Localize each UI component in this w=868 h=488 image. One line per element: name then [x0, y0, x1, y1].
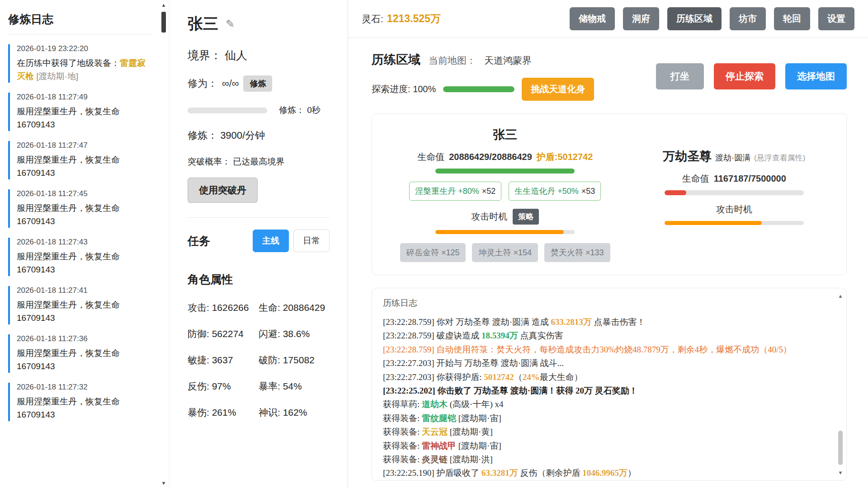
select-map-button[interactable]: 选择地图 [785, 63, 847, 89]
enemy-attack-bar [665, 221, 804, 225]
nav-button-cave-abode[interactable]: 洞府 [623, 7, 659, 30]
battle-log-line: 获得装备: 雷神战甲 [渡劫期·宙] [383, 439, 826, 453]
sidebar-scrollbar-thumb[interactable] [161, 12, 166, 33]
text-segment: 道劫木 [422, 399, 448, 409]
log-entry-time: 2026-01-19 23:22:20 [17, 44, 153, 53]
text-segment: 服用涅槃重生丹，恢复生命 16709143 [17, 252, 120, 274]
edit-name-icon[interactable]: ✎ [226, 18, 235, 30]
attribute-label: 生命: [259, 302, 283, 313]
battle-log-panel: 历练日志 [23:22:28.759] 你对 万劫圣尊 渡劫·圆满 造成 633… [372, 288, 847, 481]
battle-log-scrollbar[interactable]: ▲ ▼ [837, 291, 844, 478]
player-attack-row: 攻击时机 策略 [471, 209, 539, 225]
log-entry-text: 服用涅槃重生丹，恢复生命 16709143 [17, 154, 153, 179]
stop-explore-button[interactable]: 停止探索 [714, 63, 775, 89]
talisman-name: 焚天火符 [551, 248, 585, 257]
battle-log-line: [23:22:25.190] 你对 万劫圣尊 渡劫·圆满 造成 633.2813… [383, 480, 826, 481]
attribute-value: 3637 [212, 355, 233, 365]
scroll-up-icon[interactable]: ▲ [837, 293, 844, 299]
current-map-label: 当前地图： [429, 54, 476, 67]
pill-chip[interactable]: 涅槃重生丹 +80%×52 [409, 182, 501, 201]
attribute-item: 反伤: 97% [188, 380, 259, 393]
nav-button-settings[interactable]: 设置 [818, 7, 854, 30]
battle-log-scrollbar-thumb[interactable] [838, 431, 843, 465]
attributes-title: 角色属性 [188, 272, 330, 287]
log-entry: 2026-01-18 11:27:43服用涅槃重生丹，恢复生命 16709143 [8, 238, 153, 276]
text-segment: 服用涅槃重生丹，恢复生命 16709143 [17, 107, 120, 129]
attribute-item: 破防: 175082 [259, 354, 330, 366]
enemy-hover-hint: (悬浮查看属性) [754, 153, 805, 163]
talisman-count: ×125 [441, 248, 460, 257]
cultivation-log-list[interactable]: 2026-01-19 23:22:20在历练中获得了地级装备：雷霆寂灭枪 [渡劫… [8, 44, 153, 421]
scroll-down-icon[interactable]: ▼ [837, 470, 844, 475]
attribute-label: 破防: [259, 355, 283, 365]
task-title: 任务 [188, 234, 210, 249]
battle-log-list[interactable]: [23:22:28.759] 你对 万劫圣尊 渡劫·圆满 造成 633.2813… [383, 315, 826, 481]
tab-daily[interactable]: 日常 [293, 230, 330, 252]
current-map-name: 天道鸿蒙界 [484, 54, 532, 67]
exploration-progress-label: 探索进度: 100% [372, 83, 436, 95]
breakthrough-value: 已达最高境界 [233, 157, 284, 166]
log-entry-time: 2026-01-18 11:27:43 [17, 238, 153, 247]
log-entry: 2026-01-18 11:27:45服用涅槃重生丹，恢复生命 16709143 [8, 189, 153, 228]
enemy-hp-label: 生命值 [682, 173, 709, 185]
nav-button-market[interactable]: 坊市 [730, 7, 766, 30]
sidebar-scrollbar[interactable]: ▲ ▼ [160, 0, 167, 488]
nav-button-reincarnation[interactable]: 轮回 [774, 7, 810, 30]
text-segment: 获得草药: [383, 399, 422, 409]
text-segment: 天云冠 [422, 427, 448, 436]
enemy-title-row: 万劫圣尊 渡劫·圆满 (悬浮查看属性) [663, 148, 805, 164]
app-root: 修炼日志 2026-01-19 23:22:20在历练中获得了地级装备：雷霆寂灭… [0, 0, 868, 488]
cultivation-value: ∞/∞ [222, 78, 239, 89]
cultivation-progress-row: 修炼： 0秒 [188, 104, 330, 116]
talisman-row: 碎岳金符 ×125坤灵土符 ×154焚天火符 ×133 [400, 243, 610, 262]
task-section-header: 任务 主线日常 [188, 230, 330, 252]
spirit-stone-label: 灵石: [362, 13, 383, 25]
log-entry-text: 服用涅槃重生丹，恢复生命 16709143 [17, 299, 153, 324]
log-entry-time: 2026-01-18 11:27:32 [17, 383, 153, 392]
nav-button-training-area[interactable]: 历练区域 [667, 7, 722, 30]
strategy-badge[interactable]: 策略 [513, 209, 539, 225]
text-segment: 炎灵链 [422, 455, 448, 464]
cultivate-badge[interactable]: 修炼 [243, 75, 272, 92]
text-segment: 服用涅槃重生丹，恢复生命 16709143 [17, 203, 120, 226]
attribute-value: 562274 [212, 328, 244, 339]
talisman-count: ×154 [514, 248, 532, 257]
log-entry-time: 2026-01-18 11:27:49 [17, 93, 153, 102]
challenge-avatar-button[interactable]: 挑战天道化身 [522, 78, 594, 101]
cultivation-progress-bar [188, 108, 267, 113]
use-breakthrough-pill-button[interactable]: 使用突破丹 [188, 178, 258, 203]
enemy-realm: 渡劫·圆满 [715, 152, 750, 163]
pill-chip[interactable]: 生生造化丹 +50%×53 [509, 182, 601, 201]
scroll-down-icon[interactable]: ▼ [160, 480, 167, 486]
text-segment: 5012742 [484, 372, 514, 382]
attribute-value: 20886429 [283, 302, 325, 313]
log-entry: 2026-01-18 11:27:36服用涅槃重生丹，恢复生命 16709143 [8, 334, 153, 373]
attribute-item: 神识: 162% [259, 406, 330, 419]
battle-log-line: 获得装备: 炎灵链 [渡劫期·洪] [383, 453, 826, 466]
player-attack-bar [435, 230, 575, 234]
text-segment: [23:22:25.202] 你击败了 万劫圣尊 渡劫·圆满！获得 20万 灵石… [383, 386, 638, 395]
training-area-content: 历练区域 当前地图： 天道鸿蒙界 探索进度: 100% 挑战天道化身 [348, 38, 868, 488]
nav-button-storage-ring[interactable]: 储物戒 [570, 7, 615, 30]
scroll-up-icon[interactable]: ▲ [160, 2, 167, 8]
battle-log-title: 历练日志 [383, 297, 826, 309]
text-segment: [渡劫期·黄] [448, 427, 493, 436]
attribute-label: 敏捷: [188, 355, 212, 365]
attribute-label: 攻击: [188, 302, 212, 313]
main-area: 灵石: 1213.525万 储物戒洞府历练区域坊市轮回设置 历练区域 当前地图：… [348, 0, 868, 488]
battle-log-line: 获得装备: 天云冠 [渡劫期·黄] [383, 425, 826, 439]
log-entry-text: 在历练中获得了地级装备：雷霆寂灭枪 [渡劫期·地] [17, 57, 153, 83]
attribute-value: 38.6% [283, 328, 310, 339]
attribute-item: 闪避: 38.6% [259, 328, 330, 340]
meditate-button[interactable]: 打坐 [656, 63, 704, 89]
log-entry: 2026-01-18 11:27:32服用涅槃重生丹，恢复生命 16709143 [8, 383, 153, 421]
battle-log-line: 获得装备: 雷纹腿铠 [渡劫期·宙] [383, 412, 826, 425]
battle-log-line: [23:22:25.202] 你击败了 万劫圣尊 渡劫·圆满！获得 20万 灵石… [383, 384, 826, 398]
text-segment: 在历练中获得了地级装备： [17, 58, 120, 68]
tab-main-quest[interactable]: 主线 [253, 230, 289, 252]
talisman-name: 碎岳金符 [406, 248, 441, 257]
log-entry-text: 服用涅槃重生丹，恢复生命 16709143 [17, 105, 153, 131]
text-segment: 雷神战甲 [422, 441, 456, 450]
cultivation-speed-row: 修炼： 3900/分钟 [188, 129, 330, 142]
pill-name: 生生造化丹 +50% [514, 187, 579, 196]
